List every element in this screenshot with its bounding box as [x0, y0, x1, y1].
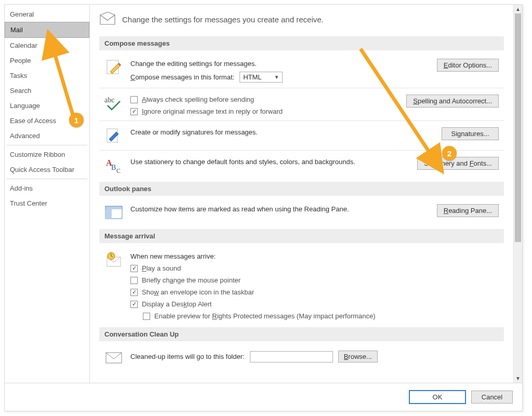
content-pane: Change the settings for messages you cre… — [90, 5, 513, 383]
compose-format-dropdown[interactable]: HTML ▼ — [240, 72, 283, 83]
dialog-footer: OK Cancel — [5, 383, 522, 411]
page-header: Change the settings for messages you cre… — [99, 12, 504, 27]
check-play-sound[interactable]: Play a sound — [130, 264, 499, 272]
row-reading-pane: Customize how items are marked as read w… — [99, 201, 504, 224]
cleanup-description: Cleaned-up items will go to this folder: — [130, 353, 245, 360]
sidebar-item-general[interactable]: General — [5, 7, 89, 22]
compose-format-label: Compose messages in this format: — [130, 73, 234, 81]
signatures-button[interactable]: Signatures... — [442, 127, 499, 140]
section-compose-body: Change the editing settings for messages… — [99, 50, 504, 179]
svg-text:abc: abc — [104, 96, 114, 104]
checkbox-icon — [130, 277, 138, 284]
check-rights-preview-label: Enable preview for Rights Protected mess… — [154, 312, 376, 320]
sidebar-item-calendar[interactable]: Calendar — [5, 38, 89, 53]
section-panes-body: Customize how items are marked as read w… — [99, 196, 504, 226]
reading-pane-icon — [104, 203, 123, 222]
sidebar-item-qat[interactable]: Quick Access Toolbar — [5, 162, 89, 177]
vertical-scrollbar[interactable]: ▲ ▼ — [513, 5, 522, 383]
checkbox-icon — [130, 289, 138, 296]
check-change-pointer[interactable]: Briefly change the mouse pointer — [130, 276, 499, 284]
section-compose-head: Compose messages — [99, 36, 504, 50]
sidebar-divider — [7, 145, 87, 145]
svg-text:C: C — [116, 167, 121, 174]
scroll-thumb[interactable] — [515, 14, 521, 242]
checkbox-icon — [130, 301, 138, 308]
divider — [99, 120, 504, 121]
sidebar-item-trust-center[interactable]: Trust Center — [5, 196, 89, 211]
ok-button[interactable]: OK — [409, 390, 466, 404]
check-rights-preview[interactable]: Enable preview for Rights Protected mess… — [143, 312, 499, 320]
cancel-button[interactable]: Cancel — [471, 391, 513, 404]
signatures-description: Create or modify signatures for messages… — [130, 128, 434, 136]
checkbox-icon — [130, 265, 138, 272]
editor-options-button[interactable]: Editor Options... — [437, 59, 499, 72]
envelope-header-icon — [99, 12, 116, 27]
page-title: Change the settings for messages you cre… — [122, 15, 324, 24]
scroll-track[interactable] — [514, 14, 522, 374]
check-always-spelling-label: Always check spelling before sending — [142, 96, 254, 103]
checkbox-icon — [143, 313, 150, 320]
scroll-up-icon[interactable]: ▲ — [514, 5, 523, 14]
arrival-intro: When new messages arrive: — [130, 252, 499, 260]
row-spelling: abc Always check spelling before sending… — [99, 91, 504, 117]
check-ignore-original[interactable]: Ignore original message text in reply or… — [130, 108, 399, 115]
sidebar-item-mail[interactable]: Mail — [5, 22, 89, 38]
compose-format-value: HTML — [243, 73, 261, 81]
row-cleanup: Cleaned-up items will go to this folder:… — [99, 346, 504, 369]
section-cleanup-head: Conversation Clean Up — [99, 327, 504, 341]
check-always-spelling[interactable]: Always check spelling before sending — [130, 96, 399, 103]
content-wrap: Change the settings for messages you cre… — [90, 5, 522, 383]
divider — [99, 88, 504, 88]
row-editor: Change the editing settings for messages… — [99, 56, 504, 85]
signature-icon — [104, 126, 123, 145]
section-panes-head: Outlook panes — [99, 182, 504, 196]
scroll-down-icon[interactable]: ▼ — [514, 374, 523, 383]
check-desktop-alert[interactable]: Display a Desktop Alert — [130, 300, 499, 308]
browse-button[interactable]: Browse... — [338, 351, 378, 363]
sidebar-item-tasks[interactable]: Tasks — [5, 68, 89, 83]
svg-rect-7 — [105, 206, 122, 209]
category-sidebar: General Mail Calendar People Tasks Searc… — [5, 5, 90, 383]
row-message-arrival: When new messages arrive: Play a sound B… — [99, 248, 504, 322]
stationery-fonts-button[interactable]: Stationery and Fonts... — [417, 157, 499, 170]
sidebar-item-addins[interactable]: Add-ins — [5, 181, 89, 196]
cleanup-envelope-icon — [104, 348, 123, 367]
checkbox-icon — [130, 108, 138, 115]
chevron-down-icon: ▼ — [274, 74, 280, 80]
spellcheck-icon: abc — [104, 93, 123, 112]
options-dialog: General Mail Calendar People Tasks Searc… — [4, 4, 523, 411]
annotation-badge-1: 1 — [69, 113, 84, 127]
main-area: General Mail Calendar People Tasks Searc… — [5, 5, 522, 383]
check-ignore-original-label: Ignore original message text in reply or… — [142, 108, 283, 115]
check-change-pointer-label: Briefly change the mouse pointer — [142, 276, 241, 284]
sidebar-item-search[interactable]: Search — [5, 83, 89, 98]
stationery-icon: ABC — [104, 156, 123, 175]
reading-pane-description: Customize how items are marked as read w… — [130, 205, 430, 213]
check-play-sound-label: Play a sound — [142, 264, 181, 272]
section-arrival-body: When new messages arrive: Play a sound B… — [99, 243, 504, 324]
reading-pane-button[interactable]: Reading Pane... — [437, 204, 499, 217]
sidebar-item-language[interactable]: Language — [5, 98, 89, 113]
compose-edit-icon — [104, 58, 123, 76]
sidebar-item-advanced[interactable]: Advanced — [5, 128, 89, 143]
cleanup-folder-field[interactable] — [250, 351, 333, 363]
row-signatures: Create or modify signatures for messages… — [99, 124, 504, 147]
sidebar-divider — [7, 179, 87, 179]
stationery-description: Use stationery to change default fonts a… — [130, 158, 410, 166]
sidebar-item-people[interactable]: People — [5, 53, 89, 68]
checkbox-icon — [130, 96, 138, 103]
check-envelope-taskbar[interactable]: Show an envelope icon in the taskbar — [130, 288, 499, 296]
svg-rect-8 — [105, 209, 112, 219]
check-desktop-alert-label: Display a Desktop Alert — [142, 300, 211, 308]
svg-text:B: B — [111, 164, 116, 171]
message-arrival-icon — [104, 250, 123, 269]
section-cleanup-body: Cleaned-up items will go to this folder:… — [99, 341, 504, 371]
check-envelope-label: Show an envelope icon in the taskbar — [142, 288, 254, 296]
section-arrival-head: Message arrival — [99, 229, 504, 243]
spelling-autocorrect-button[interactable]: Spelling and Autocorrect... — [406, 95, 499, 108]
editor-description: Change the editing settings for messages… — [130, 60, 430, 68]
sidebar-item-customize-ribbon[interactable]: Customize Ribbon — [5, 147, 89, 162]
annotation-badge-2: 2 — [442, 146, 457, 160]
